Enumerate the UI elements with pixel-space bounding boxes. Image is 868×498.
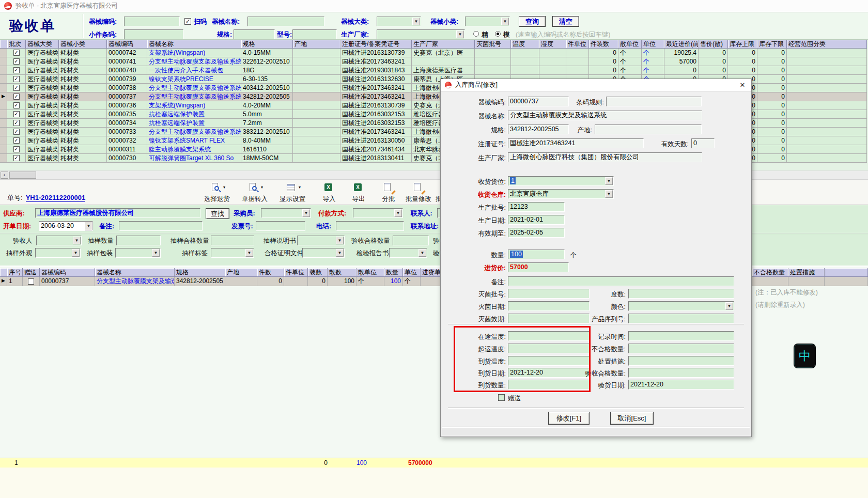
cell[interactable]: 医疗器械类 — [26, 84, 59, 92]
cell[interactable]: 一次性使用介入手术器械包 — [147, 66, 241, 75]
modify-button[interactable]: 修改[F1] — [548, 412, 590, 425]
d-expiry-field[interactable]: 2025-02-05 — [508, 228, 565, 238]
cell[interactable]: ✓ — [7, 136, 26, 145]
row-indicator-header[interactable] — [0, 40, 7, 49]
cell[interactable]: 00000742 — [107, 49, 147, 57]
column-header[interactable]: 器械名称 — [95, 268, 175, 277]
cell[interactable]: 腹主动脉覆膜支架系统 — [147, 145, 241, 154]
cell[interactable] — [787, 57, 867, 66]
cell[interactable]: 0 — [757, 145, 787, 154]
cell[interactable] — [293, 75, 340, 84]
remark-input[interactable] — [119, 221, 203, 231]
chevron-down-icon[interactable]: ▼ — [85, 222, 92, 230]
cell[interactable]: 抗栓塞远端保护装置 — [147, 119, 241, 128]
column-header[interactable]: 生产厂家 — [412, 40, 475, 49]
dialog-row-field[interactable] — [628, 314, 734, 323]
cell[interactable]: 医疗器械类 — [26, 119, 59, 128]
cell[interactable]: 医疗器械类 — [26, 128, 59, 136]
cell[interactable]: 国械注准20173463241 — [340, 84, 412, 92]
cell[interactable]: 0 — [308, 277, 328, 286]
cell[interactable] — [788, 277, 825, 286]
cell[interactable]: 0 — [757, 128, 787, 136]
small-barcode-input[interactable] — [124, 29, 183, 39]
cell[interactable]: 0 — [757, 66, 787, 75]
cell[interactable] — [787, 128, 867, 136]
cell[interactable] — [787, 145, 867, 154]
cell[interactable]: 383212-2002510 — [241, 128, 293, 136]
gift-checkbox[interactable] — [498, 394, 505, 401]
report-select[interactable]: ▼ — [389, 248, 427, 258]
toolbar-item[interactable]: 分批 — [371, 183, 406, 204]
cell[interactable] — [511, 57, 539, 66]
column-header[interactable]: 散单位 — [618, 40, 642, 49]
cert-select[interactable]: ▼ — [302, 248, 345, 258]
cell[interactable]: 抗栓塞远端保护装置 — [147, 110, 241, 119]
cell[interactable]: 分支型主动脉覆膜支架及输送系统 — [147, 84, 241, 92]
cell[interactable] — [225, 277, 257, 286]
column-header[interactable]: 件装数 — [589, 40, 618, 49]
cell[interactable]: 个 — [618, 66, 642, 75]
cell[interactable]: 0 — [589, 66, 618, 75]
column-header[interactable]: 件单位 — [566, 40, 589, 49]
cell[interactable] — [293, 154, 340, 163]
cell[interactable]: ✓ — [7, 49, 26, 57]
cell[interactable] — [825, 277, 868, 286]
cell[interactable]: ✓ — [7, 57, 26, 66]
cell[interactable]: 5.0mm — [241, 110, 293, 119]
cell[interactable]: 0 — [757, 101, 787, 110]
cell[interactable]: 国械注进20163130739 — [340, 49, 412, 57]
cell[interactable]: 00000737 — [107, 92, 147, 101]
dialog-row-field[interactable]: ▼ — [628, 301, 734, 311]
cell[interactable] — [293, 66, 340, 75]
cell[interactable]: 4.0-15MM — [241, 49, 293, 57]
cell[interactable]: 00000739 — [107, 75, 147, 84]
column-header[interactable]: 器械小类 — [59, 40, 107, 49]
cell[interactable]: 个 — [618, 49, 642, 57]
column-header[interactable]: 器械名称 — [147, 40, 241, 49]
column-header[interactable]: 产地 — [225, 268, 257, 277]
scan-checkbox[interactable]: ✓ — [184, 18, 191, 25]
cell[interactable] — [566, 57, 589, 66]
cell[interactable]: 国械注准20173463241 — [340, 92, 412, 101]
cell[interactable]: 国械注进20163132630 — [340, 75, 412, 84]
cell[interactable]: 耗材类 — [59, 84, 107, 92]
cell[interactable]: 0 — [757, 136, 787, 145]
cell[interactable]: 57000 — [664, 57, 699, 66]
cell[interactable]: 00000732 — [107, 136, 147, 145]
cell[interactable]: 医疗器械类 — [26, 66, 59, 75]
cell[interactable]: 个 — [357, 277, 384, 286]
cell[interactable]: 国械注进20163130739 — [340, 101, 412, 110]
cell[interactable] — [293, 136, 340, 145]
row-checkbox[interactable]: ✓ — [13, 146, 20, 152]
find-supplier-button[interactable]: 查找 — [206, 208, 229, 219]
cell[interactable]: 0 — [589, 49, 618, 57]
cell[interactable] — [293, 145, 340, 154]
cell[interactable]: 0 — [757, 154, 787, 163]
row-checkbox[interactable]: ✓ — [13, 67, 20, 73]
cell[interactable]: ✓ — [7, 101, 26, 110]
cell[interactable]: 6-30-135 — [241, 75, 293, 84]
chevron-down-icon[interactable]: ▼ — [419, 249, 426, 257]
column-header[interactable]: 序号 — [7, 268, 23, 277]
cell[interactable]: 耗材类 — [59, 75, 107, 84]
chevron-down-icon[interactable]: ▼ — [73, 237, 81, 244]
cell[interactable]: 国械注进20163032153 — [340, 119, 412, 128]
cell[interactable]: 00000737 — [40, 277, 95, 286]
cell[interactable] — [566, 66, 589, 75]
cell[interactable]: 18MM-50CM — [241, 154, 293, 163]
cell[interactable]: 支架系统(Wingspan) — [147, 101, 241, 110]
cell[interactable]: 0 — [728, 57, 757, 66]
cell[interactable] — [293, 128, 340, 136]
cell[interactable]: 镍钛支架系统PRECISE — [147, 75, 241, 84]
fuzzy-radio[interactable] — [495, 31, 501, 37]
cell[interactable]: 耗材类 — [59, 92, 107, 101]
model-input[interactable] — [292, 29, 337, 39]
cell[interactable]: ✓ — [7, 75, 26, 84]
row-checkbox[interactable]: ✓ — [13, 50, 20, 56]
toolbar-item[interactable]: X导出 — [342, 183, 376, 204]
chevron-down-icon[interactable]: ▼ — [245, 249, 253, 257]
cell[interactable]: 耗材类 — [59, 101, 107, 110]
scroll-left-icon[interactable]: ‹ — [1, 172, 8, 179]
chevron-down-icon[interactable]: ▼ — [725, 302, 733, 310]
cell[interactable]: 0 — [757, 57, 787, 66]
